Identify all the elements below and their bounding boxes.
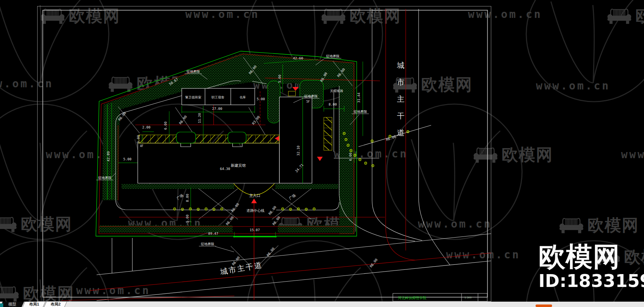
tree-icon [197,208,199,210]
plaza-label: 广场 [288,193,297,200]
sofa-logo-icon [0,217,16,232]
watermark-logo-text: 欧模网 [421,75,473,94]
building-label-guard: 警卫值班室 [185,96,201,99]
sofa-logo-icon [109,77,132,92]
dimension-text: 42.60 [293,56,303,60]
radius-label: R3.00 [251,115,260,126]
floor-label: 5F [306,100,310,103]
radius-label: R6.00 [266,247,275,257]
dimension-text: 5.00 [185,214,189,223]
dimension-text: 3.00 [136,135,140,143]
dimension-text: 32.10 [296,145,300,156]
dimension-text: 64.30 [220,167,230,171]
road-label-right: 市 [397,78,405,87]
building-label-dorm: 职工宿舍 [211,96,224,99]
watermark-url-text: www.om.cn [446,248,521,261]
dimension-text: 89.47 [208,232,219,235]
boundary-label: 征地界限 [201,242,214,246]
road-label-right: 主 [397,95,405,103]
sofa-logo-icon [322,9,345,24]
road-label-right: 干 [397,112,405,120]
watermark-logo-text: 欧模网 [587,216,639,234]
main-entrance-label: 主入口 [249,193,260,198]
boundary-label: 征地界限 [98,176,112,180]
watermark-url-text: www.om.cn [0,77,54,90]
title-block-scale: 1:500 [464,296,472,299]
tab-layout2[interactable]: 布局2 [44,302,67,307]
tree-icon [282,208,284,210]
radius-label: R6.00 [268,205,277,216]
boundary-label: 征地界限 [304,94,318,98]
dimension-text: 2.00 [142,125,151,129]
tree-icon [221,208,223,210]
road-label-right: 道 [397,128,405,137]
title-block-project: 河北科技师范学院 [398,296,426,301]
dimension-text: 42.89 [106,151,110,161]
road-centerline-label: 道路中心线 [247,209,264,213]
boundary-label: 征地界限 [353,109,367,113]
dimension-text: 11.20 [197,113,201,123]
sofa-logo-icon [560,218,583,233]
building-label-main: 新建宾馆 [231,163,246,167]
watermark-url-text: www.om.cn [418,218,492,230]
tree-icon [313,208,315,210]
dimension-text: 8.00 [329,102,337,106]
radius-label: R6.00 [369,258,378,268]
main-building [138,143,279,183]
sofa-logo-icon [608,9,631,24]
dimension-text: 6.00 [164,121,167,130]
dimension-text: 31.44 [357,92,361,103]
cad-viewport[interactable]: 欧模网欧模网欧模网欧模网欧模网欧模网欧模网欧模网欧模网欧模网欧模网欧模网www.… [0,0,644,307]
tab-model[interactable]: 模型 [0,302,24,307]
watermark-url-text: www.om.cn [621,148,644,161]
watermark-logo-text: 欧模网 [21,215,72,233]
watermark-logo-text: 欧模网 [502,145,553,164]
sofa-logo-icon [41,9,64,24]
boundary-label: 征地界限 [326,54,340,58]
dimension-text: 8.80 [185,194,189,202]
watermark-url-text: www.om.cn [185,8,260,20]
model-space-indicator[interactable] [0,303,3,307]
tree-icon [181,208,184,210]
sofa-logo-icon [0,287,19,301]
hotel-road-label: 宾馆坡路 [330,89,343,93]
sofa-logo-icon [474,148,497,162]
dimension-text: 6.00 [348,152,352,161]
road-label-right: 城 [397,61,405,70]
watermark-url-text: www.om.cn [468,8,542,20]
tab-layout1[interactable]: 布局1 [23,302,46,307]
dimension-text: 5.00 [257,97,265,101]
site-watermark: 欧模网 ID:1833159 [538,243,644,290]
dimension-text: 15.07 [250,228,260,232]
radius-label: R6.00 [230,202,240,213]
floor-label: 4F [140,145,143,148]
tree-icon [297,208,299,210]
watermark-url-text: www.om.cn [536,79,610,92]
watermark-logo-text: 欧模网 [635,6,644,25]
radius-label: R6.00 [225,215,234,226]
dimension-text: 5.00 [278,74,282,83]
watermark-logo-text: 欧模网 [350,6,401,25]
site-watermark-id: ID:1833159 [538,272,644,290]
building-label-warehouse: 仓库 [239,96,246,99]
dimension-text: 27.00 [212,107,223,111]
boundary-label: 征地界限 [186,69,200,73]
watermark-logo-text: 欧模网 [23,284,74,303]
site-watermark-logo: 欧模网 [538,243,644,270]
dimension-text: 5.00 [123,157,132,161]
watermark-logo-text: 欧模网 [69,6,120,25]
logo-accent-mark [536,304,552,307]
boundary-label-leader [215,247,234,252]
tree-icon [365,162,367,164]
